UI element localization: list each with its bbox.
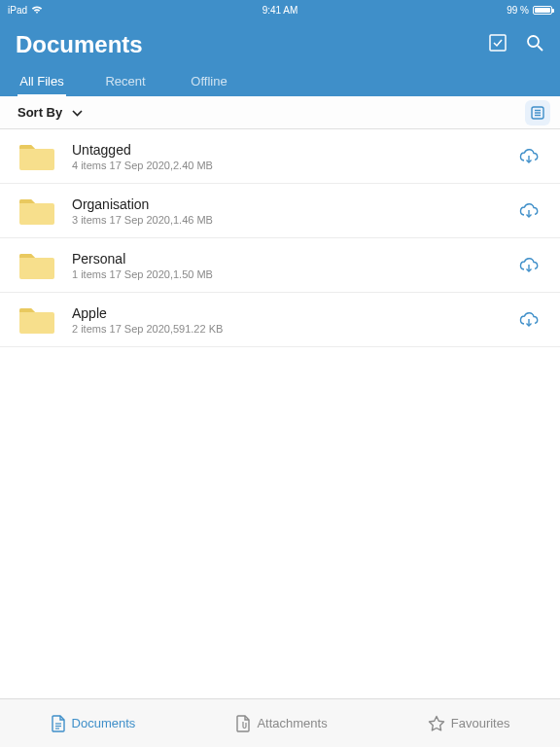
folder-info: Organisation 3 items 17 Sep 2020,1.46 MB — [72, 196, 500, 226]
tab-label: All Files — [19, 74, 64, 89]
folder-meta: 3 items 17 Sep 2020,1.46 MB — [72, 214, 500, 226]
select-icon[interactable] — [488, 33, 508, 56]
status-bar: iPad 9:41 AM 99 % — [0, 0, 560, 18]
folder-name: Organisation — [72, 196, 500, 212]
tabs: All Files Recent Offline — [0, 68, 560, 96]
download-button[interactable] — [515, 257, 542, 274]
download-button[interactable] — [515, 202, 542, 220]
folder-row[interactable]: Apple 2 items 17 Sep 2020,591.22 KB — [0, 293, 560, 347]
svg-point-1 — [528, 36, 539, 47]
nav-label: Attachments — [257, 716, 327, 730]
folder-icon — [18, 304, 56, 336]
svg-line-2 — [538, 46, 542, 51]
header: iPad 9:41 AM 99 % Documents All Files Re… — [0, 0, 560, 96]
nav-documents[interactable]: Documents — [51, 715, 136, 732]
nav-label: Documents — [72, 716, 136, 730]
tab-label: Offline — [191, 74, 227, 89]
attachment-icon — [235, 715, 251, 732]
bottom-nav: Documents Attachments Favourites — [0, 698, 560, 747]
folder-meta: 2 items 17 Sep 2020,591.22 KB — [72, 323, 500, 335]
title-bar: Documents — [0, 18, 560, 68]
folder-row[interactable]: Organisation 3 items 17 Sep 2020,1.46 MB — [0, 184, 560, 238]
sort-label: Sort By — [18, 105, 62, 120]
sort-button[interactable]: Sort By — [18, 105, 83, 120]
folder-name: Apple — [72, 305, 500, 321]
folder-name: Untagged — [72, 142, 500, 158]
chevron-down-icon — [72, 105, 83, 120]
folder-name: Personal — [72, 251, 500, 267]
search-icon[interactable] — [525, 33, 544, 56]
folder-icon — [18, 250, 56, 281]
folder-row[interactable]: Untagged 4 items 17 Sep 2020,2.40 MB — [0, 129, 560, 184]
list-view-icon — [530, 105, 545, 121]
folder-meta: 4 items 17 Sep 2020,2.40 MB — [72, 160, 500, 171]
folder-icon — [18, 196, 56, 227]
tab-recent[interactable]: Recent — [84, 68, 167, 96]
status-time: 9:41 AM — [262, 5, 298, 16]
device-label: iPad — [8, 5, 27, 16]
page-title: Documents — [16, 31, 143, 58]
folder-info: Apple 2 items 17 Sep 2020,591.22 KB — [72, 305, 500, 335]
nav-favourites[interactable]: Favourites — [428, 715, 510, 732]
nav-attachments[interactable]: Attachments — [235, 715, 327, 732]
battery-label: 99 % — [507, 5, 529, 16]
folder-icon — [18, 141, 56, 172]
tab-label: Recent — [105, 74, 145, 89]
sort-bar: Sort By — [0, 96, 560, 129]
document-icon — [51, 715, 66, 732]
wifi-icon — [31, 5, 43, 15]
folder-list: Untagged 4 items 17 Sep 2020,2.40 MB Org… — [0, 129, 560, 698]
download-button[interactable] — [515, 311, 542, 329]
folder-row[interactable]: Personal 1 items 17 Sep 2020,1.50 MB — [0, 238, 560, 293]
tab-all-files[interactable]: All Files — [0, 68, 84, 96]
star-icon — [428, 715, 445, 732]
tab-offline[interactable]: Offline — [167, 68, 251, 96]
folder-meta: 1 items 17 Sep 2020,1.50 MB — [72, 268, 500, 280]
battery-icon — [533, 6, 552, 15]
folder-info: Untagged 4 items 17 Sep 2020,2.40 MB — [72, 142, 500, 171]
svg-rect-0 — [490, 35, 506, 51]
view-toggle-button[interactable] — [525, 100, 550, 125]
folder-info: Personal 1 items 17 Sep 2020,1.50 MB — [72, 251, 500, 280]
nav-label: Favourites — [451, 716, 510, 730]
download-button[interactable] — [515, 148, 542, 165]
